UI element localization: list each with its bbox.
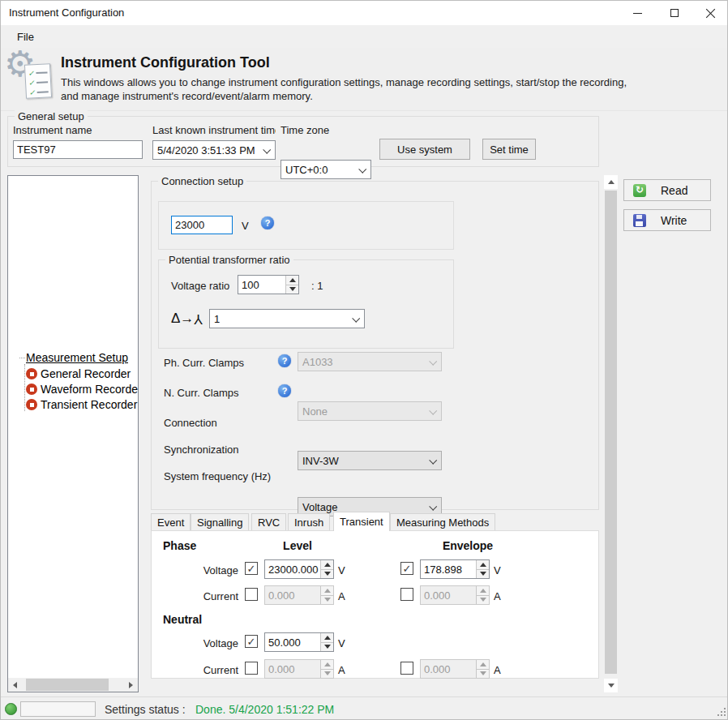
spin-up-button[interactable] xyxy=(477,560,489,569)
neutral-voltage-level-checkbox[interactable]: ✓ xyxy=(245,635,258,648)
spin-down-button[interactable] xyxy=(477,669,489,679)
scroll-left-button[interactable] xyxy=(8,678,22,692)
settings-tree: Measurement Setup General Recorder Wavef… xyxy=(7,175,139,692)
spin-up-button[interactable] xyxy=(321,586,333,595)
write-button[interactable]: Write xyxy=(623,209,711,231)
spin-up-button[interactable] xyxy=(321,660,333,669)
recorder-tab-strip: Event Signalling RVC Inrush Transient Me… xyxy=(151,512,599,531)
spin-up-button[interactable] xyxy=(477,660,489,669)
help-icon[interactable]: ? xyxy=(278,354,291,367)
spin-up-button[interactable] xyxy=(321,633,333,642)
tree-item-transient-recorder[interactable]: Transient Recorder xyxy=(26,398,138,411)
transient-tab-panel: Phase Level Envelope Voltage ✓ 23000.000… xyxy=(151,530,599,679)
vertical-scroll-thumb[interactable] xyxy=(605,191,617,674)
phase-voltage-label: Voltage xyxy=(164,564,238,576)
spin-up-button[interactable] xyxy=(286,276,298,285)
neutral-voltage-label: Voltage xyxy=(164,637,238,649)
tab-transient[interactable]: Transient xyxy=(333,512,390,531)
spin-up-button[interactable] xyxy=(321,560,333,569)
help-icon[interactable]: ? xyxy=(278,384,291,397)
help-icon[interactable]: ? xyxy=(261,216,274,229)
neutral-current-level-checkbox[interactable]: ✓ xyxy=(245,662,258,675)
neutral-current-envelope-checkbox[interactable]: ✓ xyxy=(400,662,413,675)
phase-current-envelope-spinner[interactable]: 0.000 xyxy=(420,585,490,605)
arrow-down-icon xyxy=(289,287,296,291)
use-system-button[interactable]: Use system xyxy=(379,139,470,160)
spin-down-button[interactable] xyxy=(477,569,489,579)
check-icon: ✓ xyxy=(28,70,34,76)
n-curr-clamps-combo[interactable]: None xyxy=(298,401,442,421)
check-icon: ✓ xyxy=(28,79,35,86)
phase-voltage-level-checkbox[interactable]: ✓ xyxy=(245,562,258,575)
phase-current-envelope-checkbox[interactable]: ✓ xyxy=(400,588,413,601)
menu-bar: File xyxy=(1,25,728,48)
time-zone-combo[interactable]: UTC+0:0 xyxy=(280,160,371,179)
check-icon: ✓ xyxy=(247,564,256,574)
phase-current-level-spinner[interactable]: 0.000 xyxy=(264,585,334,605)
scroll-up-button[interactable] xyxy=(604,175,618,189)
connection-setup-legend: Connection setup xyxy=(158,175,246,187)
synchronization-label: Synchronization xyxy=(164,444,239,456)
spin-down-button[interactable] xyxy=(321,595,333,605)
status-bar: Settings status : Done. 5/4/2020 1:51:22… xyxy=(1,696,728,720)
nominal-voltage-input[interactable] xyxy=(171,216,233,234)
phase-section-label: Phase xyxy=(163,539,196,552)
status-value: Done. 5/4/2020 1:51:22 PM xyxy=(195,703,334,716)
spin-down-button[interactable] xyxy=(321,669,333,679)
voltage-ratio-spinner[interactable]: 100 xyxy=(238,275,299,294)
check-icon: ✓ xyxy=(247,636,256,647)
phase-voltage-level-spinner[interactable]: 23000.000 xyxy=(264,559,334,579)
tab-event[interactable]: Event xyxy=(151,513,191,531)
last-known-time-combo[interactable]: 5/4/2020 3:51:33 PM xyxy=(152,140,276,160)
transform-ratio-combo[interactable]: 1 xyxy=(209,309,365,328)
ph-curr-clamps-label: Ph. Curr. Clamps xyxy=(164,357,244,369)
tree-item-general-recorder[interactable]: General Recorder xyxy=(26,367,138,380)
spin-down-button[interactable] xyxy=(321,642,333,652)
connection-combo[interactable]: INV-3W xyxy=(298,451,442,470)
scroll-right-button[interactable] xyxy=(124,678,138,692)
tree-item-measurement-setup[interactable]: Measurement Setup xyxy=(26,351,128,364)
tab-inrush[interactable]: Inrush xyxy=(288,513,330,531)
arrow-up-icon xyxy=(608,180,615,184)
header-band: ⚙ ✓ ✓ ✓ Instrument Configuration Tool Th… xyxy=(1,48,728,111)
set-time-button[interactable]: Set time xyxy=(482,139,536,160)
page-title: Instrument Configuration Tool xyxy=(61,54,270,71)
tree-item-waveform-recorder[interactable]: Waveform Recorder xyxy=(26,383,138,396)
close-button[interactable] xyxy=(692,1,728,25)
horizontal-scroll-thumb[interactable] xyxy=(26,679,109,691)
arrow-up-icon xyxy=(289,278,296,282)
scroll-down-button[interactable] xyxy=(604,679,618,692)
phase-voltage-envelope-checkbox[interactable]: ✓ xyxy=(400,562,413,575)
phase-voltage-envelope-spinner[interactable]: 178.898 xyxy=(420,559,490,579)
neutral-voltage-level-spinner[interactable]: 50.000 xyxy=(264,632,334,652)
tab-signalling[interactable]: Signalling xyxy=(191,513,249,531)
tab-rvc[interactable]: RVC xyxy=(251,513,286,531)
connection-setup-group: Connection setup V ? Potential transform… xyxy=(151,181,599,510)
record-icon xyxy=(26,384,37,395)
level-column-header: Level xyxy=(261,539,334,552)
n-curr-clamps-label: N. Curr. Clamps xyxy=(164,387,238,399)
neutral-current-envelope-spinner[interactable]: 0.000 xyxy=(420,659,490,679)
instrument-name-input[interactable] xyxy=(13,140,143,159)
instrument-configuration-window: Instrument Configuration File ⚙ ✓ ✓ ✓ In… xyxy=(0,0,728,720)
chevron-down-icon xyxy=(429,456,437,465)
read-button[interactable]: ↻ Read xyxy=(623,179,711,201)
nominal-voltage-panel: V ? xyxy=(158,201,454,250)
spin-down-button[interactable] xyxy=(321,569,333,579)
maximize-button[interactable] xyxy=(656,1,692,25)
chevron-down-icon xyxy=(429,503,437,511)
ph-curr-clamps-combo[interactable]: A1033 xyxy=(298,352,442,371)
spin-down-button[interactable] xyxy=(477,595,489,605)
phase-current-level-checkbox[interactable]: ✓ xyxy=(245,588,258,601)
minimize-button[interactable] xyxy=(619,1,656,25)
neutral-current-label: Current xyxy=(164,664,238,676)
spin-up-button[interactable] xyxy=(477,586,489,595)
chevron-down-icon xyxy=(429,407,437,415)
tab-measuring-methods[interactable]: Measuring Methods xyxy=(390,513,495,531)
spin-down-button[interactable] xyxy=(286,285,298,294)
delta-to-wye-icon: Δ→Y xyxy=(171,311,203,327)
resize-grip[interactable] xyxy=(717,708,726,716)
record-icon xyxy=(26,399,37,410)
unit-label: A xyxy=(338,590,345,602)
neutral-current-level-spinner[interactable]: 0.000 xyxy=(264,659,334,679)
